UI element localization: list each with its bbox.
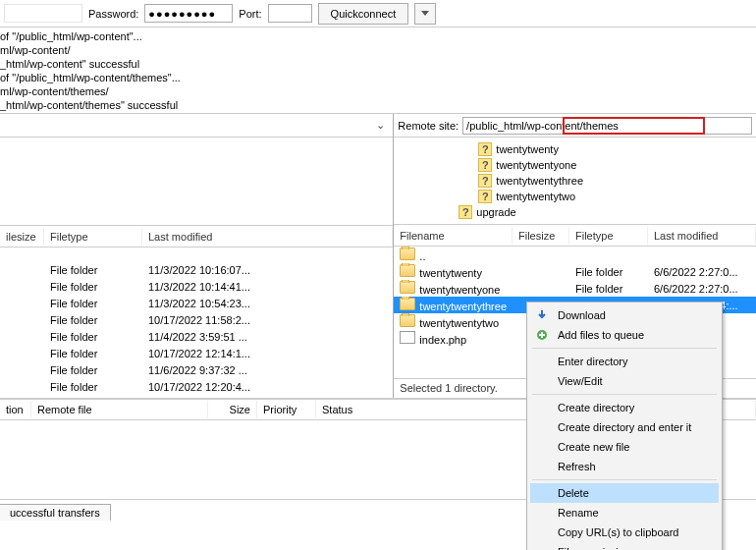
- password-input[interactable]: [144, 4, 233, 23]
- tree-item[interactable]: ?twentytwentytwo: [443, 189, 756, 204]
- local-file-list[interactable]: File folder11/3/2022 10:16:07...File fol…: [0, 248, 393, 398]
- list-item[interactable]: File folder11/4/2022 3:59:51 ...: [0, 328, 393, 345]
- message-log: of "/public_html/wp-content"... ml/wp-co…: [0, 28, 756, 114]
- port-label: Port:: [239, 8, 261, 20]
- log-line: ml/wp-content/themes/: [0, 84, 756, 98]
- menu-add-to-queue[interactable]: Add files to queue: [530, 325, 719, 345]
- unknown-icon: ?: [478, 142, 492, 156]
- menu-rename[interactable]: Rename: [530, 503, 719, 522]
- col-size[interactable]: Size: [208, 401, 257, 418]
- local-list-header[interactable]: ilesize Filetype Last modified: [0, 226, 393, 248]
- folder-icon: [400, 314, 415, 327]
- quickconnect-button[interactable]: Quickconnect: [318, 3, 409, 25]
- list-item[interactable]: File folder10/17/2022 12:20:4...: [0, 378, 393, 395]
- unknown-icon: ?: [478, 174, 492, 188]
- tree-item[interactable]: ?upgrade: [443, 204, 756, 220]
- col-filesize[interactable]: ilesize: [0, 228, 44, 246]
- folder-icon: [400, 281, 415, 294]
- menu-download[interactable]: Download: [530, 305, 719, 325]
- col-remotefile[interactable]: Remote file: [31, 401, 208, 418]
- col-filename[interactable]: Filename: [394, 227, 513, 245]
- col-lastmod[interactable]: Last modified: [648, 227, 756, 245]
- remote-site-label: Remote site:: [398, 120, 459, 132]
- list-item[interactable]: File folder11/3/2022 10:16:07...: [0, 261, 393, 278]
- menu-create-new-file[interactable]: Create new file: [530, 437, 719, 457]
- menu-delete[interactable]: Delete: [530, 483, 719, 503]
- chevron-down-icon[interactable]: ⌄: [376, 119, 385, 132]
- password-label: Password:: [88, 8, 138, 20]
- log-line: ml/wp-content/: [0, 43, 756, 57]
- list-item[interactable]: twentytwentyoneFile folder6/6/2022 2:27:…: [394, 280, 756, 297]
- unknown-icon: ?: [478, 190, 492, 203]
- menu-create-directory[interactable]: Create directory: [530, 398, 719, 417]
- list-item[interactable]: File folder11/3/2022 10:14:22...: [0, 395, 393, 398]
- tree-item[interactable]: ?twentytwentythree: [443, 173, 756, 189]
- list-item[interactable]: File folder11/6/2022 9:37:32 ...: [0, 361, 393, 378]
- list-item[interactable]: ..: [394, 247, 756, 263]
- col-filetype[interactable]: Filetype: [44, 228, 142, 246]
- list-item[interactable]: File folder10/17/2022 12:14:1...: [0, 345, 393, 361]
- unknown-icon: ?: [459, 205, 472, 219]
- download-icon: [534, 307, 550, 323]
- log-line: _html/wp-content" successful: [0, 57, 756, 71]
- col-direction[interactable]: tion: [0, 401, 31, 418]
- context-menu: Download Add files to queue Enter direct…: [526, 302, 723, 550]
- menu-copy-url[interactable]: Copy URL(s) to clipboard: [530, 522, 719, 542]
- context-sep: [532, 394, 717, 395]
- unknown-icon: ?: [478, 158, 492, 172]
- folder-icon: [400, 298, 415, 310]
- menu-enter-directory[interactable]: Enter directory: [530, 352, 719, 371]
- folder-icon: [400, 264, 415, 277]
- tree-item[interactable]: ?twentytwenty: [443, 141, 756, 157]
- col-priority[interactable]: Priority: [257, 401, 316, 418]
- list-item[interactable]: File folder10/17/2022 11:58:2...: [0, 311, 393, 328]
- tree-item[interactable]: ?twentytwentyone: [443, 157, 756, 173]
- chevron-down-icon: [421, 11, 429, 16]
- remote-tree[interactable]: ?twentytwenty?twentytwentyone?twentytwen…: [394, 138, 756, 225]
- list-item[interactable]: File folder11/3/2022 10:14:41...: [0, 278, 393, 295]
- list-item[interactable]: File folder11/3/2022 10:54:23...: [0, 295, 393, 311]
- username-input[interactable]: [4, 4, 82, 23]
- col-filetype[interactable]: Filetype: [569, 227, 648, 245]
- remote-list-header[interactable]: Filename Filesize Filetype Last modified: [394, 225, 756, 247]
- menu-refresh[interactable]: Refresh: [530, 457, 719, 476]
- col-lastmod[interactable]: Last modified: [142, 228, 393, 246]
- top-toolbar: Password: Port: Quickconnect: [0, 0, 756, 28]
- log-line: _html/wp-content/themes" successful: [0, 98, 756, 112]
- tab-successful-transfers[interactable]: uccessful transfers: [0, 504, 111, 521]
- local-panel: ⌄ ilesize Filetype Last modified File fo…: [0, 114, 394, 398]
- local-tree[interactable]: [0, 138, 393, 226]
- file-icon: [400, 331, 415, 344]
- parent-folder-icon: [400, 248, 415, 260]
- remote-site-row: Remote site:: [394, 114, 756, 138]
- menu-create-directory-enter[interactable]: Create directory and enter it: [530, 417, 719, 437]
- local-site-row: ⌄: [0, 114, 393, 138]
- log-line: of "/public_html/wp-content/themes"...: [0, 71, 756, 84]
- port-input[interactable]: [268, 4, 312, 23]
- svg-marker-0: [421, 11, 429, 16]
- menu-view-edit: View/Edit: [530, 371, 719, 391]
- col-filesize[interactable]: Filesize: [513, 227, 569, 245]
- context-sep: [532, 479, 717, 480]
- add-queue-icon: [534, 327, 550, 343]
- menu-file-permissions[interactable]: File permissions...: [530, 542, 719, 550]
- log-line: of "/public_html/wp-content"...: [0, 29, 756, 43]
- remote-path-input[interactable]: [462, 117, 752, 135]
- quickconnect-dropdown[interactable]: [414, 3, 436, 25]
- list-item[interactable]: twentytwentyFile folder6/6/2022 2:27:0..…: [394, 263, 756, 280]
- context-sep: [532, 348, 717, 349]
